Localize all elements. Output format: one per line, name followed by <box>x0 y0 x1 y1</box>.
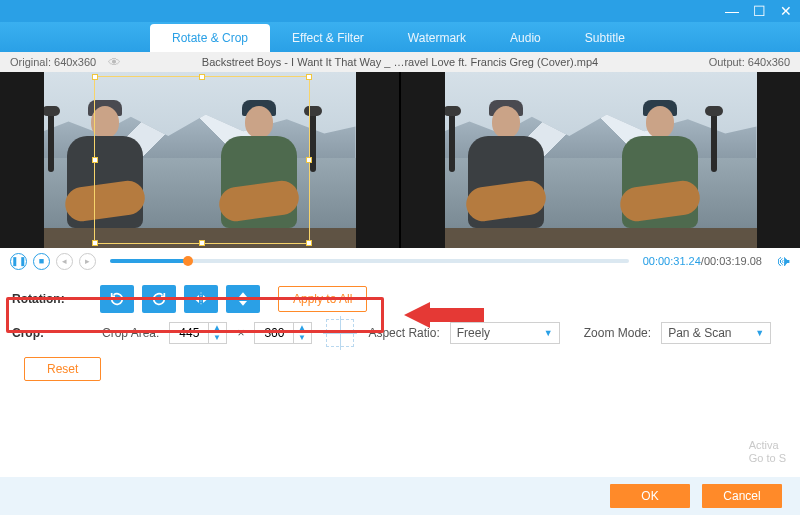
dimensions-infobar: Original: 640x360 👁 Backstreet Boys - I … <box>0 52 800 72</box>
tab-effect-filter[interactable]: Effect & Filter <box>270 24 386 52</box>
tab-audio[interactable]: Audio <box>488 24 563 52</box>
crop-width-field[interactable]: ▲▼ <box>169 322 227 344</box>
aspect-ratio-select[interactable]: Freely ▼ <box>450 322 560 344</box>
cancel-button[interactable]: Cancel <box>702 484 782 508</box>
controls-panel: Rotation: Apply to All Crop: Crop Area: … <box>0 274 800 386</box>
current-time: 00:00:31.24 <box>643 255 701 267</box>
flip-vertical-button[interactable] <box>226 285 260 313</box>
crop-selection-box[interactable] <box>94 76 310 244</box>
editor-tabstrip: Rotate & Crop Effect & Filter Watermark … <box>0 22 800 52</box>
preview-toggle-icon[interactable]: 👁 <box>108 55 121 70</box>
maximize-button[interactable]: ☐ <box>753 4 766 18</box>
crop-width-input[interactable] <box>170 326 208 340</box>
aspect-ratio-label: Aspect Ratio: <box>368 326 439 340</box>
zoom-mode-value: Pan & Scan <box>668 326 731 340</box>
crop-width-down[interactable]: ▼ <box>209 333 224 343</box>
crop-mult-label: × <box>237 326 244 340</box>
chevron-down-icon: ▼ <box>544 328 553 338</box>
minimize-button[interactable]: — <box>725 4 739 18</box>
aspect-ratio-value: Freely <box>457 326 490 340</box>
tab-watermark[interactable]: Watermark <box>386 24 488 52</box>
flip-horizontal-button[interactable] <box>184 285 218 313</box>
total-time: 00:03:19.08 <box>704 255 762 267</box>
prev-button[interactable]: ◂ <box>56 253 73 270</box>
crop-height-down[interactable]: ▼ <box>294 333 309 343</box>
time-display: 00:00:31.24/00:03:19.08 <box>643 255 762 267</box>
crop-height-field[interactable]: ▲▼ <box>254 322 312 344</box>
rotate-left-button[interactable] <box>100 285 134 313</box>
svg-marker-2 <box>203 295 208 303</box>
os-watermark: Activa Go to S <box>749 439 786 465</box>
crop-position-pad[interactable] <box>326 319 354 347</box>
playback-bar: ❚❚ ■ ◂ ▸ 00:00:31.24/00:03:19.08 🕪 <box>0 248 800 274</box>
volume-icon[interactable]: 🕪 <box>776 253 790 269</box>
seek-slider[interactable] <box>110 259 629 263</box>
ok-button[interactable]: OK <box>610 484 690 508</box>
apply-to-all-button[interactable]: Apply to All <box>278 286 367 312</box>
zoom-mode-label: Zoom Mode: <box>584 326 651 340</box>
zoom-mode-select[interactable]: Pan & Scan ▼ <box>661 322 771 344</box>
window-titlebar: — ☐ ✕ <box>0 0 800 22</box>
next-button[interactable]: ▸ <box>79 253 96 270</box>
crop-height-input[interactable] <box>255 326 293 340</box>
rotation-label: Rotation: <box>12 292 92 306</box>
original-dimensions-label: Original: 640x360 <box>0 56 96 68</box>
svg-marker-5 <box>239 301 247 306</box>
seek-thumb[interactable] <box>183 256 193 266</box>
crop-area-label: Crop Area: <box>102 326 159 340</box>
tab-subtitle[interactable]: Subtitle <box>563 24 647 52</box>
chevron-down-icon: ▼ <box>755 328 764 338</box>
crop-width-up[interactable]: ▲ <box>209 323 224 333</box>
reset-button[interactable]: Reset <box>24 357 101 381</box>
output-preview <box>399 72 800 248</box>
svg-marker-1 <box>194 295 199 303</box>
original-preview[interactable] <box>0 72 399 248</box>
stop-button[interactable]: ■ <box>33 253 50 270</box>
svg-marker-4 <box>239 292 247 297</box>
tab-rotate-crop[interactable]: Rotate & Crop <box>150 24 270 52</box>
preview-area <box>0 72 800 248</box>
dialog-footer: OK Cancel <box>0 477 800 515</box>
crop-label: Crop: <box>12 326 92 340</box>
crop-height-up[interactable]: ▲ <box>294 323 309 333</box>
close-button[interactable]: ✕ <box>780 4 792 18</box>
output-dimensions-label: Output: 640x360 <box>709 56 800 68</box>
filename-label: Backstreet Boys - I Want It That Way _ …… <box>202 56 598 68</box>
rotate-right-button[interactable] <box>142 285 176 313</box>
pause-button[interactable]: ❚❚ <box>10 253 27 270</box>
